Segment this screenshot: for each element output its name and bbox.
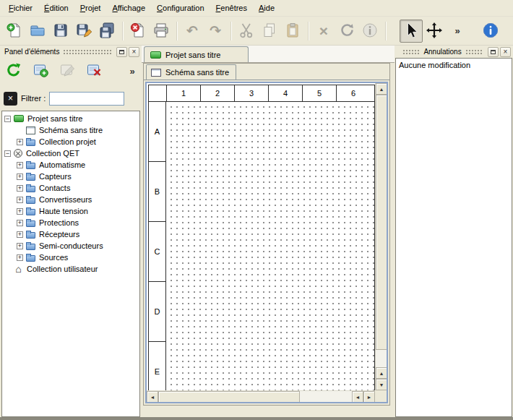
expand-icon[interactable]: + <box>17 231 23 238</box>
tree-item-automatisme[interactable]: + Automatisme <box>2 159 139 171</box>
tree-item-semi-conducteurs[interactable]: + Semi-conducteurs <box>2 240 139 252</box>
dock-grip-handle[interactable] <box>63 49 111 54</box>
diagram-grid[interactable] <box>166 102 374 403</box>
collapse-icon[interactable]: − <box>4 116 11 122</box>
panel-toolbar-overflow-button[interactable]: » <box>126 60 139 82</box>
vertical-scrollbar[interactable]: ▲ ▲ ▼ <box>375 83 387 390</box>
dock-float-button[interactable] <box>116 47 127 57</box>
tree-item-protections[interactable]: + Protections <box>2 217 139 228</box>
expand-icon[interactable]: + <box>17 208 23 215</box>
tree-item-capteurs[interactable]: + Capteurs <box>2 171 139 182</box>
scroll-left-button[interactable]: ◄ <box>352 391 363 403</box>
schema-icon <box>26 127 35 134</box>
toolbar-separator <box>230 22 231 40</box>
scroll-up-button[interactable]: ▲ <box>376 83 387 95</box>
expand-icon[interactable]: + <box>17 185 23 192</box>
new-element-button[interactable] <box>30 60 51 82</box>
dock-close-button[interactable]: × <box>500 47 511 57</box>
vertical-scroll-thumb[interactable] <box>376 95 387 350</box>
elements-tree[interactable]: − Projet sans titre Schéma sans titre + … <box>1 111 140 417</box>
tree-item-convertisseurs[interactable]: + Convertisseurs <box>2 194 139 205</box>
dock-close-button[interactable]: × <box>129 47 139 57</box>
horizontal-scrollbar[interactable]: ◄ ◄ ► <box>147 390 375 402</box>
diagram-sheet[interactable]: 1 2 3 4 5 6 A B C D <box>148 85 375 403</box>
tree-item-collection-projet[interactable]: + Collection projet <box>2 136 139 147</box>
tree-item-sources[interactable]: + Sources <box>2 252 139 263</box>
menu-projet[interactable]: Projet <box>74 1 107 15</box>
undo-history-list[interactable]: Aucune modification <box>395 58 512 417</box>
collapse-icon[interactable]: − <box>4 150 11 157</box>
paste-button[interactable] <box>281 20 304 43</box>
expand-icon[interactable]: + <box>17 197 23 203</box>
tree-item-haute-tension[interactable]: + Haute tension <box>2 205 139 217</box>
tree-item-collection-utilisateur[interactable]: ⌂ Collection utilisateur <box>2 263 139 275</box>
dock-grip-handle[interactable] <box>465 49 483 54</box>
about-button[interactable] <box>479 20 502 43</box>
tree-item-project[interactable]: − Projet sans titre <box>2 113 139 124</box>
edit-element-button[interactable] <box>56 60 78 82</box>
conductor-info-button[interactable] <box>358 20 381 43</box>
tree-item-schema[interactable]: Schéma sans titre <box>2 124 139 136</box>
workspace: Projet sans titre Schéma sans titre 1 <box>142 46 395 417</box>
project-window: Schéma sans titre 1 2 3 4 5 6 <box>143 63 390 406</box>
clear-filter-button[interactable]: × <box>4 92 17 106</box>
pan-mode-button[interactable] <box>423 20 446 43</box>
dock-float-button[interactable] <box>488 47 499 57</box>
folder-icon <box>26 197 35 204</box>
new-project-button[interactable] <box>3 20 26 43</box>
redo-button[interactable]: ↷ <box>204 20 227 43</box>
row-header: C <box>149 222 165 282</box>
info-gray-icon <box>361 22 379 40</box>
tab-schema[interactable]: Schéma sans titre <box>146 64 236 80</box>
filter-input[interactable] <box>49 92 124 106</box>
rotate-button[interactable] <box>335 20 358 43</box>
toolbar-overflow-button[interactable]: » <box>446 20 469 43</box>
scroll-right-button[interactable]: ► <box>363 391 375 403</box>
reload-collections-button[interactable] <box>3 60 25 82</box>
tree-item-recepteurs[interactable]: + Récepteurs <box>2 228 139 240</box>
menu-aide[interactable]: Aide <box>253 1 280 15</box>
menu-affichage[interactable]: Affichage <box>106 1 151 15</box>
arrow-down-icon: ▼ <box>379 382 384 387</box>
expand-icon[interactable]: + <box>17 162 23 168</box>
close-icon: × <box>132 48 137 56</box>
select-mode-button[interactable] <box>400 20 423 43</box>
delete-button[interactable]: × <box>312 20 335 43</box>
cut-button[interactable] <box>235 20 258 43</box>
arrow-left-icon: ◄ <box>355 395 361 400</box>
expand-icon[interactable]: + <box>17 254 23 261</box>
save-button[interactable] <box>49 20 72 43</box>
menu-edition[interactable]: Édition <box>38 1 74 15</box>
save-all-icon-button[interactable] <box>95 20 118 43</box>
expand-icon[interactable]: + <box>17 139 23 145</box>
undo-button[interactable]: ↶ <box>181 20 204 43</box>
tree-item-collection-qet[interactable]: − Collection QET <box>2 147 139 159</box>
dock-grip-handle[interactable] <box>402 49 420 54</box>
chevron-right-icon: » <box>454 26 460 35</box>
new-element-icon <box>32 61 49 80</box>
scroll-left-button[interactable]: ◄ <box>147 391 158 403</box>
scroll-up-button[interactable]: ▲ <box>376 367 387 379</box>
close-project-button[interactable] <box>126 20 150 43</box>
expand-icon[interactable]: + <box>17 173 23 180</box>
menu-fenetres[interactable]: Fenêtres <box>210 1 253 15</box>
main-area: Panel d'éléments × <box>0 46 513 417</box>
elements-panel-title: Panel d'éléments <box>4 48 59 56</box>
tree-item-contacts[interactable]: + Contacts <box>2 182 139 194</box>
tab-project[interactable]: Projet sans titre <box>144 46 249 62</box>
new-file-icon <box>6 22 23 40</box>
move-arrows-icon <box>426 22 443 40</box>
expand-icon[interactable]: + <box>17 220 23 226</box>
open-project-button[interactable] <box>26 20 49 43</box>
print-button[interactable] <box>150 20 173 43</box>
menu-fichier[interactable]: Fichier <box>3 1 38 15</box>
folder-icon <box>26 232 35 239</box>
diagram-view[interactable]: 1 2 3 4 5 6 A B C D <box>145 82 388 403</box>
menu-configuration[interactable]: Configuration <box>151 1 210 15</box>
expand-icon[interactable]: + <box>17 243 23 249</box>
scroll-down-button[interactable]: ▼ <box>376 379 387 390</box>
copy-button[interactable] <box>258 20 281 43</box>
delete-element-button[interactable] <box>83 60 105 82</box>
horizontal-scroll-thumb[interactable] <box>158 391 300 403</box>
save-as-button[interactable] <box>72 20 95 43</box>
